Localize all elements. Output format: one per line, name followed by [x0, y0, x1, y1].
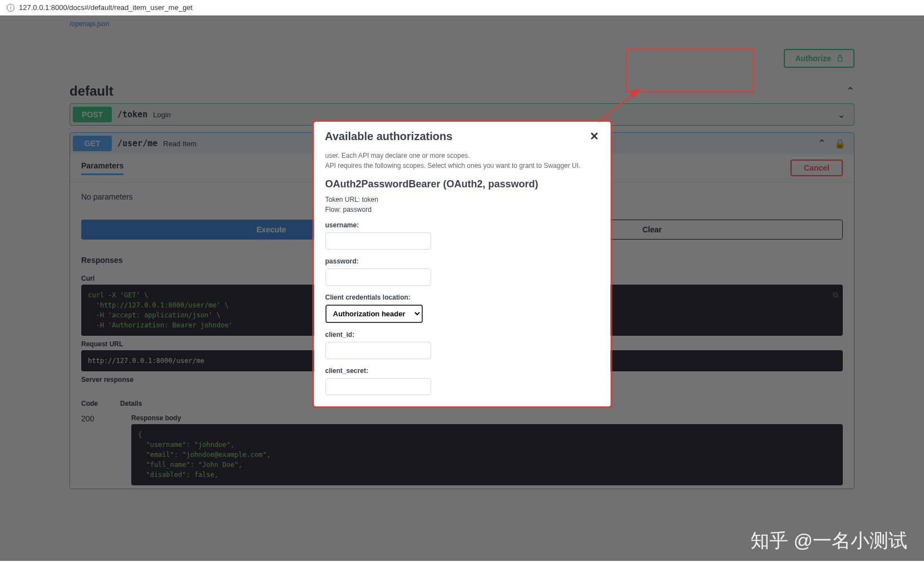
cred-location-select[interactable]: Authorization header [325, 305, 422, 323]
password-input[interactable] [325, 268, 431, 286]
modal-desc-line: user. Each API may declare one or more s… [325, 151, 599, 161]
watermark: 知乎 @一名小测试 [750, 528, 907, 554]
close-icon[interactable]: ✕ [590, 130, 599, 143]
client-secret-label: client_secret: [325, 367, 599, 375]
cred-location-label: Client credentials location: [325, 294, 599, 301]
client-secret-input[interactable] [325, 378, 431, 395]
info-icon: i [7, 4, 14, 12]
url-text: 127.0.0.1:8000/docs#/default/read_item_u… [19, 3, 192, 12]
client-id-label: client_id: [325, 331, 599, 339]
flow-type: Flow: password [325, 206, 599, 213]
auth-scheme-name: OAuth2PasswordBearer (OAuth2, password) [325, 178, 599, 190]
token-url: Token URL: token [325, 196, 599, 203]
modal-title: Available authorizations [325, 130, 452, 143]
username-label: username: [325, 221, 599, 229]
client-id-input[interactable] [325, 342, 431, 359]
username-input[interactable] [325, 232, 431, 250]
modal-desc-line: API requires the following scopes. Selec… [325, 161, 599, 171]
password-label: password: [325, 257, 599, 265]
browser-url-bar: i 127.0.0.1:8000/docs#/default/read_item… [0, 0, 924, 16]
auth-modal: Available authorizations ✕ user. Each AP… [312, 120, 612, 408]
